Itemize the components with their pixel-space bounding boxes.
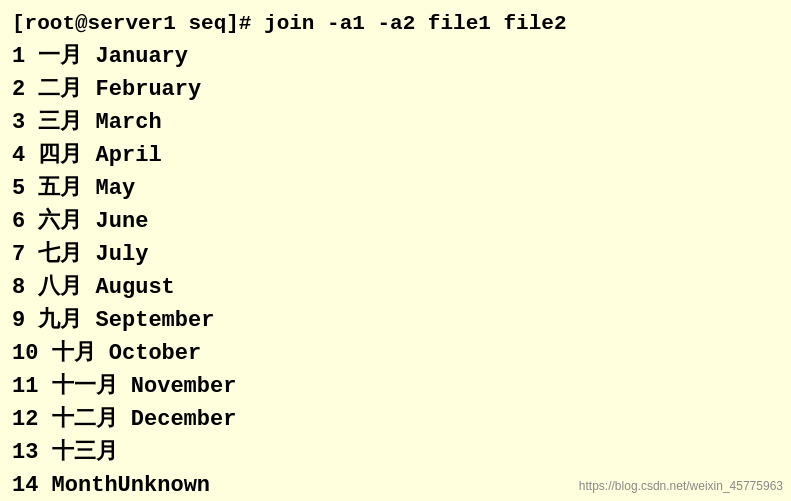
command-line: [root@server1 seq]# join -a1 -a2 file1 f…	[12, 8, 779, 40]
output-line: 9 九月 September	[12, 304, 779, 337]
output-line: 3 三月 March	[12, 106, 779, 139]
output-line: 13 十三月	[12, 436, 779, 469]
output-line: 4 四月 April	[12, 139, 779, 172]
output-line: 7 七月 July	[12, 238, 779, 271]
output-line: 2 二月 February	[12, 73, 779, 106]
terminal-window: [root@server1 seq]# join -a1 -a2 file1 f…	[0, 0, 791, 501]
output-line: 5 五月 May	[12, 172, 779, 205]
output-line: 11 十一月 November	[12, 370, 779, 403]
watermark: https://blog.csdn.net/weixin_45775963	[579, 479, 783, 493]
output-line: 10 十月 October	[12, 337, 779, 370]
output-line: 6 六月 June	[12, 205, 779, 238]
output-line: 1 一月 January	[12, 40, 779, 73]
output-line: 12 十二月 December	[12, 403, 779, 436]
output-line: 8 八月 August	[12, 271, 779, 304]
